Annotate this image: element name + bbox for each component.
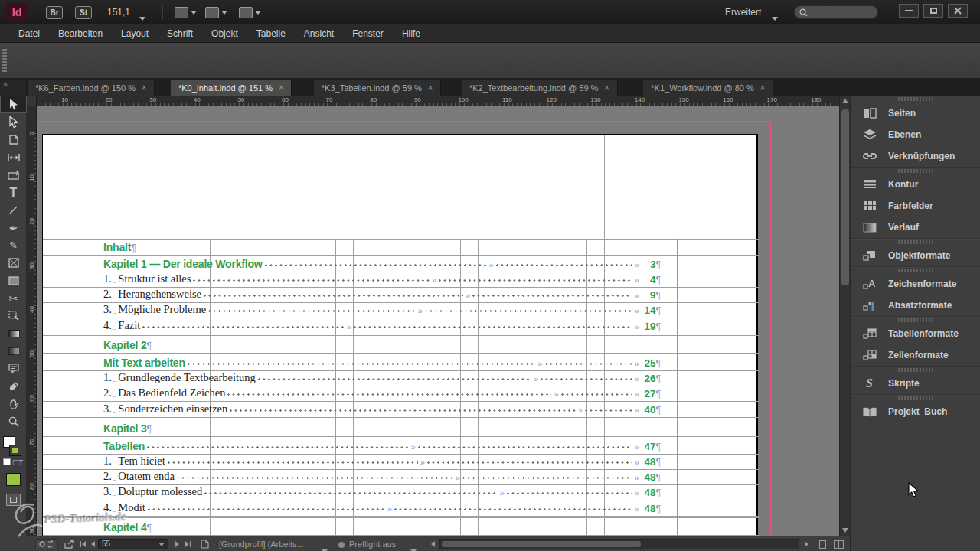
workspace-switcher[interactable]: Erweitert (725, 7, 761, 18)
menu-bearbeiten[interactable]: Bearbeiten (49, 25, 112, 42)
share-button[interactable] (63, 539, 75, 549)
dock-item-verlauf[interactable]: Verlauf (851, 217, 980, 238)
ruler-origin-corner[interactable] (27, 96, 37, 106)
dock-group-grip[interactable] (851, 238, 980, 245)
bridge-button[interactable]: Br (46, 6, 63, 19)
dock-item-projekt-buch[interactable]: Projekt_Buch (851, 401, 980, 422)
content-collector-tool[interactable] (0, 166, 27, 184)
view-options-button[interactable] (175, 5, 197, 19)
eyedropper-tool[interactable] (0, 377, 27, 395)
default-swatches-icon[interactable] (3, 458, 11, 465)
dock-item-verkn-pfungen[interactable]: Verknüpfungen (851, 145, 980, 167)
horizontal-scrollbar[interactable] (439, 539, 799, 549)
tab-close-icon[interactable]: × (279, 83, 283, 92)
workspace-dropdown-icon[interactable] (772, 10, 778, 24)
document-tab-3[interactable]: *K2_Textbearbeitung.indd @ 59 %× (462, 80, 618, 96)
menu-schrift[interactable]: Schrift (158, 25, 202, 42)
screen-mode-button[interactable] (6, 494, 21, 506)
zoom-level-dropdown-icon[interactable] (139, 10, 145, 24)
dock-item-ebenen[interactable]: Ebenen (851, 124, 980, 145)
line-tool[interactable] (0, 201, 27, 219)
search-box[interactable] (794, 5, 878, 19)
zoom-level-value[interactable]: 151,1 (107, 7, 130, 18)
rectangle-tool[interactable] (0, 272, 27, 289)
dock-item-absatzformate[interactable]: ¶Absatzformate (851, 295, 980, 316)
free-transform-tool[interactable] (0, 307, 27, 324)
tab-close-icon[interactable]: × (604, 83, 609, 92)
dock-item-kontur[interactable]: Kontur (851, 174, 980, 195)
preflight-profile-label[interactable]: [Grundprofil] (Arbeits... (219, 540, 304, 549)
selection-tool[interactable] (0, 96, 27, 113)
scroll-up-arrow[interactable] (840, 96, 851, 106)
panel-grip[interactable] (2, 49, 7, 73)
menu-hilfe[interactable]: Hilfe (393, 25, 430, 42)
version-options-button[interactable] (35, 539, 58, 549)
document-tab-2[interactable]: *K3_Tabellen.indd @ 59 %× (314, 80, 441, 96)
preflight-dropdown[interactable] (410, 543, 416, 551)
page-tool[interactable] (0, 131, 27, 148)
dock-item-zellenformate[interactable]: Zellenformate (851, 344, 980, 366)
dock-grip[interactable] (851, 96, 980, 103)
formatting-affects-text-toggle[interactable]: ▢T (12, 458, 23, 466)
fill-stroke-swatches[interactable]: ▢T (0, 435, 26, 468)
tools-panel-header[interactable]: » (0, 80, 27, 96)
gradient-tool[interactable] (0, 324, 27, 342)
frame-tool[interactable] (0, 254, 27, 272)
dock-group-grip[interactable] (851, 366, 980, 373)
dock-item-tabellenformate[interactable]: Tabellenformate (851, 323, 980, 344)
document-page[interactable]: Inhalt¶Kapitel 1 — Der ideale Workflow»»… (42, 134, 758, 536)
document-tab-0[interactable]: *K6_Farben.indd @ 150 %× (28, 80, 155, 96)
hand-tool[interactable] (0, 395, 27, 412)
profile-dropdown[interactable] (322, 543, 328, 551)
apply-color-button[interactable] (6, 473, 21, 486)
menu-datei[interactable]: Datei (9, 25, 49, 42)
horizontal-scroll-thumb[interactable] (442, 541, 641, 547)
stock-button[interactable]: St (75, 6, 92, 19)
dock-group-grip[interactable] (851, 266, 980, 273)
first-page-button[interactable] (78, 539, 87, 549)
menu-fenster[interactable]: Fenster (343, 25, 393, 42)
horizontal-ruler[interactable]: 1020304050607080901001101201301401501601… (37, 96, 839, 106)
vertical-scrollbar[interactable] (839, 96, 850, 536)
tab-close-icon[interactable]: × (142, 83, 146, 92)
dock-item-skripte[interactable]: SSkripte (851, 373, 980, 394)
stroke-swatch[interactable] (9, 445, 21, 456)
tab-close-icon[interactable]: × (760, 83, 765, 92)
maximize-button[interactable] (923, 4, 943, 18)
zoom-tool[interactable] (0, 412, 27, 430)
dock-item-zeichenformate[interactable]: AZeichenformate (851, 273, 980, 295)
spread-view-button[interactable] (831, 539, 845, 549)
type-tool[interactable]: T (0, 184, 27, 201)
preflight-label[interactable]: Preflight aus (349, 540, 396, 549)
next-page-button[interactable] (173, 539, 181, 549)
menu-ansicht[interactable]: Ansicht (295, 25, 343, 42)
document-tab-4[interactable]: *K1_Workflow.indd @ 80 %× (643, 80, 773, 96)
gap-tool[interactable] (0, 148, 27, 166)
dock-item-objektformate[interactable]: Objektformate (851, 245, 980, 266)
scissors-tool[interactable]: ✂ (0, 289, 27, 307)
menu-objekt[interactable]: Objekt (202, 25, 247, 42)
page-preview-button[interactable] (199, 539, 210, 549)
arrange-documents-button[interactable] (239, 5, 261, 19)
hscroll-left-arrow[interactable] (429, 539, 436, 549)
dock-group-grip[interactable] (851, 167, 980, 174)
close-button[interactable] (948, 4, 968, 18)
previous-page-button[interactable] (89, 539, 96, 549)
pencil-tool[interactable]: ✎ (0, 236, 27, 254)
single-page-view-button[interactable] (816, 539, 828, 549)
note-tool[interactable] (0, 360, 27, 377)
direct-selection-tool[interactable] (0, 113, 27, 131)
tab-close-icon[interactable]: × (428, 83, 433, 92)
dock-group-grip[interactable] (851, 394, 980, 401)
dock-item-farbfelder[interactable]: Farbfelder (851, 195, 980, 217)
dock-group-grip[interactable] (851, 316, 980, 323)
document-tab-1[interactable]: *K0_Inhalt.indd @ 151 %× (171, 80, 292, 96)
vertical-scroll-thumb[interactable] (841, 109, 849, 285)
gradient-feather-tool[interactable] (0, 342, 27, 360)
page-number-field[interactable]: 55 (98, 539, 168, 549)
minimize-button[interactable] (899, 4, 919, 18)
search-input[interactable] (811, 8, 872, 17)
vertical-ruler[interactable]: 0102030405060708090 (27, 106, 37, 536)
menu-tabelle[interactable]: Tabelle (247, 25, 295, 42)
last-page-button[interactable] (184, 539, 193, 549)
